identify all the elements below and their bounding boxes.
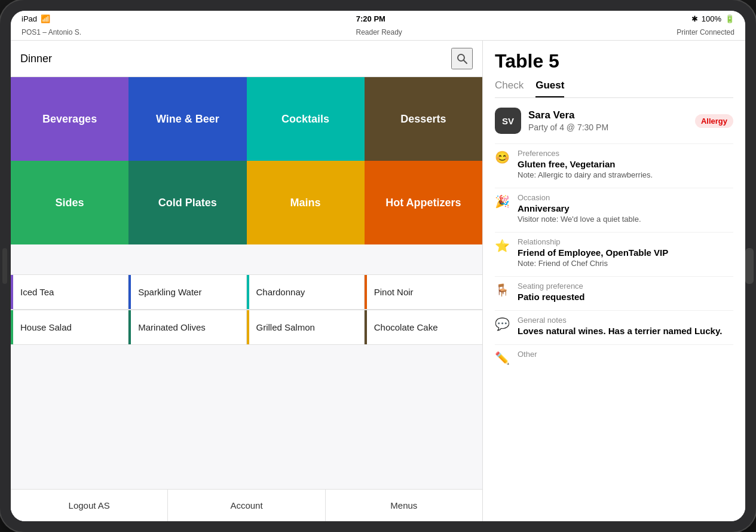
guest-name: Sara Vera [528,109,608,121]
occasion-note: Visitor note: We'd love a quiet table. [518,215,641,224]
other-content: Other [518,350,537,360]
items-grid-row1: Iced Tea Sparkling Water Chardonnay Pino… [11,274,482,310]
preferences-content: Preferences Gluten free, Vegetarian Note… [518,149,653,179]
divider-5 [495,310,733,311]
relationship-content: Relationship Friend of Employee, OpenTab… [518,237,668,268]
guest-info: SV Sara Vera Party of 4 @ 7:30 PM Allerg… [483,98,745,521]
nav-account[interactable]: Account [168,490,325,521]
table-title: Table 5 [495,50,733,72]
guest-details: Sara Vera Party of 4 @ 7:30 PM [528,109,608,132]
ipad-screen: iPad 📶 7:20 PM ✱ 100% 🔋 POS1 – Antonio S… [11,11,745,521]
time-display: 7:20 PM [356,14,385,23]
avatar: SV [495,108,521,134]
items-grid-row2: House Salad Marinated Olives Grilled Sal… [11,310,482,345]
reader-status: Reader Ready [356,28,402,36]
category-cocktails[interactable]: Cocktails [247,77,365,161]
search-bar: Dinner [11,41,482,77]
category-hot-appetizers[interactable]: Hot Appetizers [365,161,482,244]
divider-2 [495,188,733,188]
svg-line-1 [464,60,467,64]
occasion-label: Occasion [518,193,641,202]
preferences-section: 😊 Preferences Gluten free, Vegetarian No… [495,149,733,179]
relationship-note: Note: Friend of Chef Chris [518,259,668,268]
seating-section: 🪑 Seating preference Patio requested [495,282,733,302]
menu-title: Dinner [20,53,52,65]
seating-icon: 🪑 [495,283,509,297]
item-chardonnay[interactable]: Chardonnay [247,275,365,310]
item-sparkling-water[interactable]: Sparkling Water [128,275,246,310]
item-grilled-salmon[interactable]: Grilled Salmon [247,310,365,345]
item-iced-tea[interactable]: Iced Tea [11,275,128,310]
category-beverages[interactable]: Beverages [11,77,128,161]
seating-label: Seating preference [518,282,585,291]
occasion-value: Anniversary [518,203,641,213]
divider-6 [495,344,733,345]
seating-content: Seating preference Patio requested [518,282,585,302]
relationship-value: Friend of Employee, OpenTable VIP [518,247,668,258]
item-chocolate-cake[interactable]: Chocolate Cake [365,310,482,345]
item-marinated-olives[interactable]: Marinated Olives [128,310,246,345]
spacer-row [11,244,482,274]
relationship-icon: ⭐ [495,239,509,253]
tab-bar: Check Guest [495,80,733,98]
ipad-frame: iPad 📶 7:20 PM ✱ 100% 🔋 POS1 – Antonio S… [0,0,756,532]
divider-1 [495,143,733,144]
status-center: 7:20 PM [356,14,385,23]
bottom-nav: Logout AS Account Menus [11,489,482,521]
volume-button [2,248,7,284]
right-panel: Table 5 Check Guest SV [483,41,745,521]
bluetooth-icon: ✱ [691,14,698,23]
category-mains[interactable]: Mains [247,161,365,244]
preferences-label: Preferences [518,149,653,158]
category-grid: Beverages Wine & Beer Cocktails Desserts… [11,77,482,244]
general-notes-label: General notes [518,316,722,325]
general-notes-icon: 💬 [495,317,509,331]
category-wine-beer[interactable]: Wine & Beer [128,77,246,161]
power-button [745,248,754,284]
divider-3 [495,232,733,233]
preferences-icon: 😊 [495,150,509,164]
guest-card: SV Sara Vera Party of 4 @ 7:30 PM Allerg… [495,108,733,134]
status-right: ✱ 100% 🔋 [691,14,734,23]
printer-status: Printer Connected [677,28,734,36]
battery-label: 100% [702,14,721,23]
sub-status-bar: POS1 – Antonio S. Reader Ready Printer C… [11,27,745,41]
divider-4 [495,276,733,277]
device-label: iPad [22,14,37,23]
tab-check[interactable]: Check [495,80,524,97]
tab-guest[interactable]: Guest [535,80,564,97]
category-cold-plates[interactable]: Cold Plates [128,161,246,244]
occasion-icon: 🎉 [495,194,509,209]
status-bar: iPad 📶 7:20 PM ✱ 100% 🔋 [11,11,745,27]
category-sides[interactable]: Sides [11,161,128,244]
preferences-value: Gluten free, Vegetarian [518,159,653,169]
pos-label: POS1 – Antonio S. [22,28,81,36]
items-area: Iced Tea Sparkling Water Chardonnay Pino… [11,244,482,489]
category-desserts[interactable]: Desserts [365,77,482,161]
main-content: Dinner Beverages Wine & Beer [11,41,745,521]
status-left: iPad 📶 [22,14,50,23]
guest-party: Party of 4 @ 7:30 PM [528,123,608,132]
general-notes-value: Loves natural wines. Has a terrier named… [518,326,722,336]
wifi-icon: 📶 [41,14,50,23]
item-pinot-noir[interactable]: Pinot Noir [365,275,482,310]
preferences-note: Note: Allergic to dairy and strawberries… [518,170,653,179]
other-section: ✏️ Other [495,350,733,365]
relationship-label: Relationship [518,237,668,246]
general-notes-content: General notes Loves natural wines. Has a… [518,316,722,336]
search-button[interactable] [451,48,473,69]
relationship-section: ⭐ Relationship Friend of Employee, OpenT… [495,237,733,268]
occasion-section: 🎉 Occasion Anniversary Visitor note: We'… [495,193,733,224]
other-icon: ✏️ [495,351,509,365]
seating-value: Patio requested [518,292,585,302]
allergy-badge: Allergy [695,114,733,128]
item-house-salad[interactable]: House Salad [11,310,128,345]
other-label: Other [518,350,537,359]
occasion-content: Occasion Anniversary Visitor note: We'd … [518,193,641,224]
left-panel: Dinner Beverages Wine & Beer [11,41,483,521]
nav-menus[interactable]: Menus [326,490,482,521]
right-header: Table 5 Check Guest [483,41,745,98]
general-notes-section: 💬 General notes Loves natural wines. Has… [495,316,733,336]
battery-icon: 🔋 [725,14,734,23]
nav-logout[interactable]: Logout AS [11,490,168,521]
